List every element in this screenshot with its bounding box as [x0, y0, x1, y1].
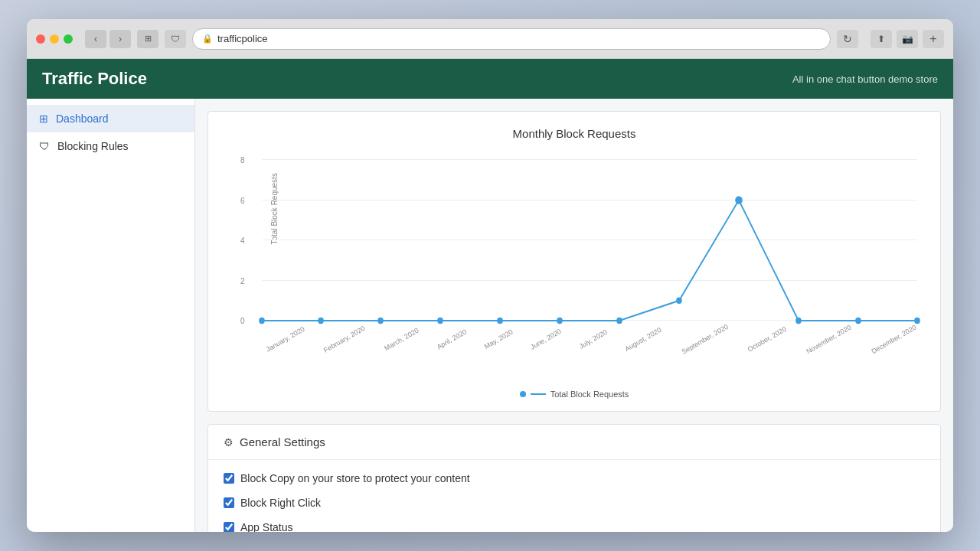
address-bar-container: 🛡 🔒 trafficpolice ↻ [165, 28, 858, 50]
dot-jul [616, 318, 622, 324]
new-tab-button[interactable]: + [923, 30, 944, 48]
x-label-sep: September, 2020 [680, 323, 729, 356]
dot-apr [437, 318, 443, 324]
browser-window: ‹ › ⊞ 🛡 🔒 trafficpolice ↻ ⬆ 📷 + Traffic … [27, 19, 953, 532]
legend-line [531, 393, 546, 395]
lock-icon: 🔒 [202, 34, 213, 44]
x-label-dec: December, 2020 [870, 323, 917, 355]
dot-feb [318, 318, 324, 324]
chart-legend: Total Block Requests [224, 390, 925, 399]
address-bar[interactable]: 🔒 trafficpolice [192, 28, 831, 50]
chart-line [262, 201, 917, 321]
shield-icon: 🛡 [165, 30, 186, 48]
sidebar-item-dashboard[interactable]: ⊞ Dashboard [27, 105, 194, 132]
settings-body: Block Copy on your store to protect your… [208, 460, 940, 532]
setting-block-right-click: Block Right Click [224, 497, 925, 509]
chart-title: Monthly Block Requests [224, 127, 925, 140]
setting-block-copy: Block Copy on your store to protect your… [224, 472, 925, 484]
sidebar-item-blocking-rules[interactable]: 🛡 Blocking Rules [27, 132, 194, 160]
settings-header: ⚙ General Settings [208, 425, 940, 460]
traffic-lights [36, 34, 73, 44]
checkbox-app-status[interactable] [224, 522, 234, 532]
label-block-right-click: Block Right Click [240, 497, 321, 509]
browser-actions: ⬆ 📷 + [871, 30, 944, 48]
shield-icon: 🛡 [39, 140, 50, 152]
checkbox-block-right-click[interactable] [224, 497, 234, 508]
minimize-button[interactable] [50, 34, 59, 44]
label-app-status: App Status [240, 521, 293, 532]
dot-dec [914, 318, 920, 324]
x-label-feb: February, 2020 [322, 324, 366, 354]
chart-area: Total Block Requests 0 2 4 6 8 [262, 160, 917, 321]
x-label-oct: October, 2020 [746, 325, 788, 354]
back-button[interactable]: ‹ [85, 30, 106, 48]
legend-label: Total Block Requests [550, 390, 629, 399]
x-label-nov: November, 2020 [805, 323, 852, 355]
gear-icon: ⚙ [224, 436, 234, 448]
grid-icon: ⊞ [39, 112, 48, 125]
store-name: All in one chat button demo store [792, 73, 938, 85]
label-block-copy: Block Copy on your store to protect your… [240, 472, 470, 484]
x-labels: January, 2020 February, 2020 March, 2020… [262, 336, 917, 344]
sidebar-label-blocking-rules: Blocking Rules [57, 140, 129, 152]
top-bar: Traffic Police All in one chat button de… [27, 59, 953, 99]
x-label-may: May, 2020 [483, 328, 514, 350]
tab-grid-button[interactable]: ⊞ [137, 30, 158, 48]
forward-button[interactable]: › [109, 30, 131, 48]
nav-buttons: ‹ › [85, 30, 131, 48]
dot-aug [676, 298, 682, 304]
close-button[interactable] [36, 34, 45, 44]
browser-chrome: ‹ › ⊞ 🛡 🔒 trafficpolice ↻ ⬆ 📷 + [27, 19, 953, 59]
legend-dot [520, 391, 526, 397]
x-label-aug: August, 2020 [624, 326, 663, 353]
main-content: ⊞ Dashboard 🛡 Blocking Rules Monthly Blo… [27, 99, 953, 532]
dot-oct [795, 318, 802, 324]
sidebar: ⊞ Dashboard 🛡 Blocking Rules [27, 99, 195, 532]
chart-container: Total Block Requests 0 2 4 6 8 [224, 152, 925, 351]
settings-title: General Settings [240, 435, 325, 448]
app-title: Traffic Police [42, 69, 147, 89]
reload-button[interactable]: ↻ [837, 30, 858, 48]
screenshot-button[interactable]: 📷 [897, 30, 918, 48]
dot-mar [377, 318, 384, 324]
dot-sep [735, 196, 743, 204]
fullscreen-button[interactable] [64, 34, 73, 44]
x-label-mar: March, 2020 [383, 326, 420, 352]
app-layout: Traffic Police All in one chat button de… [27, 59, 953, 532]
x-label-jan: January, 2020 [265, 325, 306, 354]
dot-nov [855, 318, 861, 324]
x-label-jun: June, 2020 [529, 328, 563, 351]
share-button[interactable]: ⬆ [871, 30, 892, 48]
url-text: trafficpolice [217, 33, 268, 44]
settings-card: ⚙ General Settings Block Copy on your st… [207, 424, 941, 532]
dot-jan [259, 318, 265, 324]
content-area: Monthly Block Requests Total Block Reque… [195, 99, 953, 532]
checkbox-block-copy[interactable] [224, 473, 234, 484]
x-label-apr: April, 2020 [436, 328, 468, 350]
dot-jun [557, 318, 563, 324]
setting-app-status: App Status [224, 521, 925, 532]
sidebar-label-dashboard: Dashboard [56, 112, 109, 125]
x-label-jul: July, 2020 [578, 328, 609, 350]
dot-may [497, 318, 503, 324]
chart-card: Monthly Block Requests Total Block Reque… [207, 111, 941, 412]
chart-svg [262, 160, 917, 321]
